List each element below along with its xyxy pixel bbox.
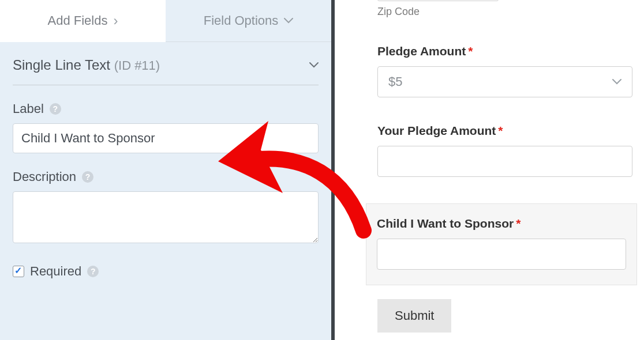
help-icon[interactable]: ? <box>87 266 99 277</box>
tab-add-fields-label: Add Fields <box>48 13 108 28</box>
tab-field-options-label: Field Options <box>204 13 279 28</box>
section-title: Single Line Text (ID #11) <box>13 57 160 73</box>
your-pledge-amount-label: Your Pledge Amount <box>377 124 496 137</box>
help-icon[interactable]: ? <box>50 103 61 115</box>
pledge-amount-select[interactable]: $5 <box>377 66 632 97</box>
label-field-label: Label <box>13 101 44 116</box>
required-checkbox[interactable] <box>13 266 24 277</box>
selected-field-highlight: Child I Want to Sponsor* <box>366 203 637 285</box>
required-star-icon: * <box>468 44 473 58</box>
zip-input[interactable] <box>377 0 499 1</box>
section-header[interactable]: Single Line Text (ID #11) <box>13 57 319 85</box>
your-pledge-amount-input[interactable] <box>377 146 632 177</box>
description-textarea[interactable] <box>13 191 319 243</box>
section-title-text: Single Line Text <box>13 57 110 73</box>
help-icon[interactable]: ? <box>82 171 93 183</box>
chevron-down-icon <box>309 62 319 68</box>
chevron-right-icon <box>113 13 118 29</box>
description-field-label: Description <box>13 169 76 184</box>
zip-sub-label: Zip Code <box>377 6 632 18</box>
required-star-icon: * <box>516 217 521 230</box>
required-label: Required <box>30 264 81 279</box>
pledge-amount-label: Pledge Amount <box>377 44 466 58</box>
section-id: (ID #11) <box>114 58 160 73</box>
chevron-down-icon <box>284 18 293 24</box>
tab-field-options[interactable]: Field Options <box>166 0 331 41</box>
panel-tabs: Add Fields Field Options <box>0 0 331 42</box>
form-preview: Zip Code Pledge Amount* $5 Your Pledge A… <box>335 0 644 340</box>
chevron-down-icon <box>612 79 621 85</box>
tab-add-fields[interactable]: Add Fields <box>0 0 166 42</box>
field-options-panel: Add Fields Field Options Single Line Tex… <box>0 0 335 340</box>
required-star-icon: * <box>498 124 503 137</box>
submit-button[interactable]: Submit <box>377 299 451 333</box>
pledge-amount-value: $5 <box>388 74 402 89</box>
child-sponsor-label: Child I Want to Sponsor <box>377 217 514 230</box>
child-sponsor-input[interactable] <box>377 239 626 270</box>
label-input[interactable] <box>13 123 319 153</box>
